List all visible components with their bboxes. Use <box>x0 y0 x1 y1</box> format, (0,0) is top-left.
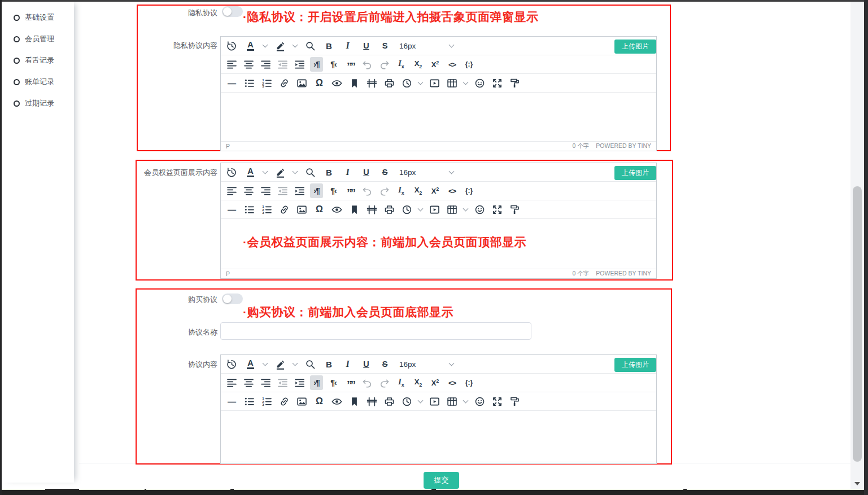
align-left-icon[interactable] <box>225 375 238 390</box>
print-icon[interactable] <box>383 202 396 217</box>
scrollbar-down-button[interactable] <box>850 479 864 488</box>
link-icon[interactable] <box>278 202 291 217</box>
anchor-icon[interactable] <box>348 76 361 90</box>
sidebar-item-2[interactable]: 看舌记录 <box>2 50 74 71</box>
fullscreen-icon[interactable] <box>491 202 504 217</box>
insert-datetime-icon[interactable] <box>400 76 413 90</box>
align-right-icon[interactable] <box>259 183 272 198</box>
format-painter-icon[interactable] <box>508 394 521 409</box>
chevron-down-icon[interactable] <box>463 206 469 212</box>
table-icon[interactable] <box>446 394 459 409</box>
upload-image-button[interactable]: 上传图片 <box>614 40 656 54</box>
search-icon[interactable] <box>304 38 317 53</box>
restore-draft-icon[interactable] <box>225 38 238 53</box>
image-icon[interactable] <box>295 76 308 90</box>
underline-icon[interactable]: U <box>360 38 373 53</box>
blockquote-icon[interactable]: ”” <box>344 57 357 72</box>
chevron-down-icon[interactable] <box>293 169 298 174</box>
fullscreen-icon[interactable] <box>491 394 504 409</box>
sidebar-item-3[interactable]: 账单记录 <box>2 71 74 93</box>
sidebar-item-1[interactable]: 会员管理 <box>2 28 74 50</box>
italic-icon[interactable]: I <box>341 357 354 371</box>
indent-icon[interactable] <box>293 183 306 198</box>
font-size-select[interactable]: 16px <box>399 168 455 177</box>
image-icon[interactable] <box>295 202 308 217</box>
upload-image-button[interactable]: 上传图片 <box>614 166 656 180</box>
align-right-icon[interactable] <box>259 57 272 72</box>
anchor-icon[interactable] <box>348 394 361 409</box>
remove-format-icon[interactable]: Ix <box>395 183 408 198</box>
chevron-down-icon[interactable] <box>293 361 298 366</box>
highlight-color-icon[interactable] <box>274 165 287 179</box>
search-icon[interactable] <box>304 165 317 179</box>
editor-content-area[interactable] <box>221 411 656 462</box>
strikethrough-icon[interactable]: S <box>378 165 391 179</box>
highlight-color-icon[interactable] <box>274 38 287 53</box>
ltr-icon[interactable]: ›¶ <box>310 57 323 72</box>
code-sample-icon[interactable]: {:} <box>463 57 476 72</box>
underline-icon[interactable]: U <box>360 357 373 371</box>
emoticons-icon[interactable] <box>473 76 486 90</box>
privacy-toggle-switch[interactable] <box>222 6 243 17</box>
blockquote-icon[interactable]: ”” <box>344 375 357 390</box>
page-break-icon[interactable] <box>365 76 378 90</box>
table-icon[interactable] <box>446 202 459 217</box>
blockquote-icon[interactable]: ”” <box>344 183 357 198</box>
page-break-icon[interactable] <box>365 202 378 217</box>
anchor-icon[interactable] <box>348 202 361 217</box>
format-painter-icon[interactable] <box>508 76 521 90</box>
special-character-icon[interactable]: Ω <box>313 394 326 409</box>
format-painter-icon[interactable] <box>508 202 521 217</box>
link-icon[interactable] <box>278 394 291 409</box>
editor-content-area[interactable] <box>221 93 656 141</box>
highlight-color-icon[interactable] <box>274 357 287 371</box>
media-icon[interactable] <box>428 202 441 217</box>
media-icon[interactable] <box>428 394 441 409</box>
numbered-list-icon[interactable]: 123 <box>260 202 273 217</box>
superscript-icon[interactable]: X2 <box>429 57 442 72</box>
subscript-icon[interactable]: X2 <box>412 375 425 390</box>
numbered-list-icon[interactable]: 123 <box>260 76 273 90</box>
strikethrough-icon[interactable]: S <box>378 38 391 53</box>
chevron-down-icon[interactable] <box>263 361 268 366</box>
ltr-icon[interactable]: ›¶ <box>310 375 323 390</box>
indent-icon[interactable] <box>293 375 306 390</box>
horizontal-rule-icon[interactable]: — <box>225 202 238 217</box>
fullscreen-icon[interactable] <box>491 76 504 90</box>
align-left-icon[interactable] <box>225 183 238 198</box>
text-color-icon[interactable]: A <box>244 165 257 179</box>
code-icon[interactable]: <> <box>446 375 459 390</box>
underline-icon[interactable]: U <box>360 165 373 179</box>
agreement-name-input[interactable] <box>220 322 531 340</box>
strikethrough-icon[interactable]: S <box>378 357 391 371</box>
restore-draft-icon[interactable] <box>225 165 238 179</box>
chevron-down-icon[interactable] <box>418 80 424 85</box>
chevron-down-icon[interactable] <box>418 398 424 404</box>
chevron-down-icon[interactable] <box>263 169 268 174</box>
emoticons-icon[interactable] <box>473 394 486 409</box>
search-icon[interactable] <box>304 357 317 371</box>
chevron-down-icon[interactable] <box>263 42 268 48</box>
vertical-scrollbar-thumb[interactable] <box>853 186 862 462</box>
remove-format-icon[interactable]: Ix <box>395 375 408 390</box>
insert-datetime-icon[interactable] <box>400 202 413 217</box>
print-icon[interactable] <box>383 76 396 90</box>
text-color-icon[interactable]: A <box>244 357 257 371</box>
horizontal-rule-icon[interactable]: — <box>225 76 238 90</box>
bold-icon[interactable]: B <box>322 38 335 53</box>
code-sample-icon[interactable]: {:} <box>463 375 476 390</box>
sidebar-item-0[interactable]: 基础设置 <box>2 7 74 28</box>
bold-icon[interactable]: B <box>322 357 335 371</box>
subscript-icon[interactable]: X2 <box>412 57 425 72</box>
rtl-icon[interactable]: ¶‹ <box>327 57 340 72</box>
align-center-icon[interactable] <box>242 375 255 390</box>
superscript-icon[interactable]: X2 <box>429 183 442 198</box>
text-color-icon[interactable]: A <box>244 38 257 53</box>
rtl-icon[interactable]: ¶‹ <box>327 375 340 390</box>
subscript-icon[interactable]: X2 <box>412 183 425 198</box>
preview-icon[interactable] <box>330 394 343 409</box>
numbered-list-icon[interactable]: 123 <box>260 394 273 409</box>
submit-button[interactable]: 提交 <box>424 472 459 489</box>
rtl-icon[interactable]: ¶‹ <box>327 183 340 198</box>
insert-datetime-icon[interactable] <box>400 394 413 409</box>
